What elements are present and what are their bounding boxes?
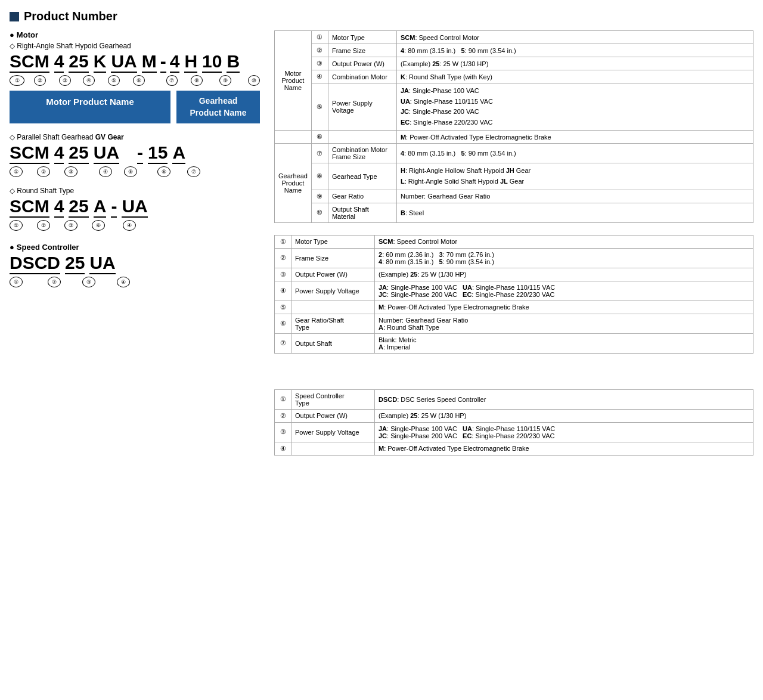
num-2: ② bbox=[34, 75, 46, 86]
num3-1: ① bbox=[10, 220, 23, 231]
num-circle-t2-7: ⑦ bbox=[275, 333, 291, 353]
desc-brake: M: Power-Off Activated Type Electromagne… bbox=[396, 131, 753, 144]
motor-bullet-icon: ● bbox=[10, 30, 14, 39]
table-row: ③ Power Supply Voltage JA: Single-Phase … bbox=[275, 422, 753, 442]
code-sc-ua: UA bbox=[89, 254, 115, 274]
left-column: ● Motor ◇ Right-Angle Shaft Hypoid Gearh… bbox=[10, 30, 260, 456]
code-4b: 4 bbox=[170, 52, 180, 73]
num-circle-t2-4: ④ bbox=[275, 281, 291, 301]
code2-dash: - bbox=[137, 144, 143, 164]
table-row: ① Motor Type SCM: Speed Control Motor bbox=[275, 235, 753, 248]
code-k: K bbox=[94, 52, 107, 73]
code-nums-sc: ① ② ③ ④ bbox=[10, 277, 260, 287]
desc-output-power: (Example) 25: 25 W (1/30 HP) bbox=[396, 57, 753, 70]
table-row: GearheadProductName ⑦ Combination MotorF… bbox=[275, 144, 753, 163]
desc-sc-type: DSCD: DSC Series Speed Controller bbox=[375, 389, 753, 409]
table-row: ④ Power Supply Voltage JA: Single-Phase … bbox=[275, 281, 753, 301]
product-code-3: SCM 4 25 A - UA bbox=[10, 197, 260, 218]
code2-a: A bbox=[172, 144, 185, 164]
numsc-2: ② bbox=[48, 277, 61, 287]
round-shaft-subsection: ◇ Round Shaft Type SCM 4 25 A - UA ① bbox=[10, 187, 260, 231]
desc-t2-output-power: (Example) 25: 25 W (1/30 HP) bbox=[375, 268, 753, 281]
desc-t2-output-shaft: Blank: MetricA: Imperial bbox=[375, 333, 753, 353]
num-1: ① bbox=[10, 75, 24, 86]
desc-gear-ratio: Number: Gearhead Gear Ratio bbox=[396, 190, 753, 203]
num-9: ⑨ bbox=[219, 75, 231, 86]
num2-5: ⑤ bbox=[124, 166, 137, 177]
num-circle-1: ① bbox=[311, 31, 328, 44]
field-output-shaft-material: Output Shaft Material bbox=[328, 203, 396, 222]
table-row: ⑧ Gearhead Type H: Right-Angle Hollow Sh… bbox=[275, 163, 753, 190]
num-5: ⑤ bbox=[108, 75, 120, 86]
num3-3: ③ bbox=[64, 220, 77, 231]
table-row: ④ Combination Motor K: Round Shaft Type … bbox=[275, 70, 753, 83]
desc-sc-output-power: (Example) 25: 25 W (1/30 HP) bbox=[375, 409, 753, 422]
title-square-icon bbox=[10, 12, 19, 21]
table-row: ④ M: Power-Off Activated Type Electromag… bbox=[275, 442, 753, 455]
num-10: ⑩ bbox=[248, 75, 260, 86]
code3-ua: UA bbox=[122, 197, 147, 218]
field-t2-frame-size: Frame Size bbox=[291, 248, 375, 268]
num-circle-8: ⑧ bbox=[311, 163, 328, 190]
field-sc-type: Speed ControllerType bbox=[291, 389, 375, 409]
field-t2-motor-type: Motor Type bbox=[291, 235, 375, 248]
code-ua: UA bbox=[111, 52, 137, 73]
code-nums-2: ① ② ③ ④ ⑤ ⑥ ⑦ bbox=[10, 166, 260, 177]
table-speed-controller: ① Speed ControllerType DSCD: DSC Series … bbox=[274, 389, 753, 456]
code3-dash: - bbox=[111, 197, 117, 218]
field-t2-brake bbox=[291, 301, 375, 314]
field-sc-power-supply: Power Supply Voltage bbox=[291, 422, 375, 442]
num-7: ⑦ bbox=[166, 75, 178, 86]
section-title-product-number: Product Number bbox=[10, 10, 753, 23]
num-circle-t2-1: ① bbox=[275, 235, 291, 248]
speed-controller-bullet: ● Speed Controller bbox=[10, 243, 260, 252]
table-row: ⑤ Power Supply Voltage JA: Single-Phase … bbox=[275, 83, 753, 131]
field-power-supply-voltage: Power Supply Voltage bbox=[328, 83, 396, 131]
code2-15: 15 bbox=[148, 144, 168, 164]
num-circle-t2-3: ③ bbox=[275, 268, 291, 281]
desc-motor-type: SCM: Speed Control Motor bbox=[396, 31, 753, 44]
num-circle-t2-6: ⑥ bbox=[275, 314, 291, 333]
table-row: ⑨ Gear Ratio Number: Gearhead Gear Ratio bbox=[275, 190, 753, 203]
title-text: Product Number bbox=[24, 10, 117, 23]
table-row: ② Frame Size 2: 60 mm (2.36 in.) 3: 70 m… bbox=[275, 248, 753, 268]
desc-t2-frame-size: 2: 60 mm (2.36 in.) 3: 70 mm (2.76 in.)4… bbox=[375, 248, 753, 268]
code3-scm: SCM bbox=[10, 197, 49, 218]
desc-t2-power-supply: JA: Single-Phase 100 VAC UA: Single-Phas… bbox=[375, 281, 753, 301]
parallel-shaft-diamond-label: ◇ Parallel Shaft Gearhead GV Gear bbox=[10, 133, 260, 141]
blue-boxes-1: Motor Product Name GearheadProduct Name bbox=[10, 91, 260, 123]
group-motor-product-name: MotorProductName bbox=[275, 31, 312, 131]
motor-bullet-label: ● Motor bbox=[10, 30, 260, 39]
num-circle-sc-4: ④ bbox=[275, 442, 291, 455]
code3-4: 4 bbox=[54, 197, 64, 218]
desc-frame-size: 4: 80 mm (3.15 in.) 5: 90 mm (3.54 in.) bbox=[396, 44, 753, 57]
desc-combination-motor: K: Round Shaft Type (with Key) bbox=[396, 70, 753, 83]
field-sc-output-power: Output Power (W) bbox=[291, 409, 375, 422]
num-3: ③ bbox=[59, 75, 71, 86]
page-container: Product Number ● Motor ◇ Right-Angle Sha… bbox=[10, 10, 753, 456]
code-b: B bbox=[227, 52, 240, 73]
table-row: ③ Output Power (W) (Example) 25: 25 W (1… bbox=[275, 57, 753, 70]
diamond-icon-2: ◇ bbox=[10, 133, 15, 141]
code-10: 10 bbox=[202, 52, 222, 73]
gearhead-product-name-box: GearheadProduct Name bbox=[176, 91, 260, 123]
num3-6: ⑥ bbox=[92, 220, 105, 231]
table-row: ③ Output Power (W) (Example) 25: 25 W (1… bbox=[275, 268, 753, 281]
num3-2: ② bbox=[37, 220, 50, 231]
product-code-1: SCM 4 25 K UA M - 4 H 10 B bbox=[10, 52, 260, 73]
table-row: ⑤ M: Power-Off Activated Type Electromag… bbox=[275, 301, 753, 314]
field-gearhead-type: Gearhead Type bbox=[328, 163, 396, 190]
numsc-3: ③ bbox=[82, 277, 95, 287]
code-scm: SCM bbox=[10, 52, 49, 73]
code-nums-3: ① ② ③ ⑥ ④ bbox=[10, 220, 260, 231]
table-row: ② Frame Size 4: 80 mm (3.15 in.) 5: 90 m… bbox=[275, 44, 753, 57]
field-t2-gear-ratio-shaft: Gear Ratio/ShaftType bbox=[291, 314, 375, 333]
field-brake bbox=[328, 131, 396, 144]
num2-4: ④ bbox=[99, 166, 112, 177]
right-angle-diamond-label: ◇ Right-Angle Shaft Hypoid Gearhead bbox=[10, 42, 260, 50]
table-row: ⑦ Output Shaft Blank: MetricA: Imperial bbox=[275, 333, 753, 353]
table-row: ⑥ Gear Ratio/ShaftType Number: Gearhead … bbox=[275, 314, 753, 333]
sc-bullet-icon: ● bbox=[10, 243, 14, 252]
field-gear-ratio: Gear Ratio bbox=[328, 190, 396, 203]
field-t2-power-supply: Power Supply Voltage bbox=[291, 281, 375, 301]
